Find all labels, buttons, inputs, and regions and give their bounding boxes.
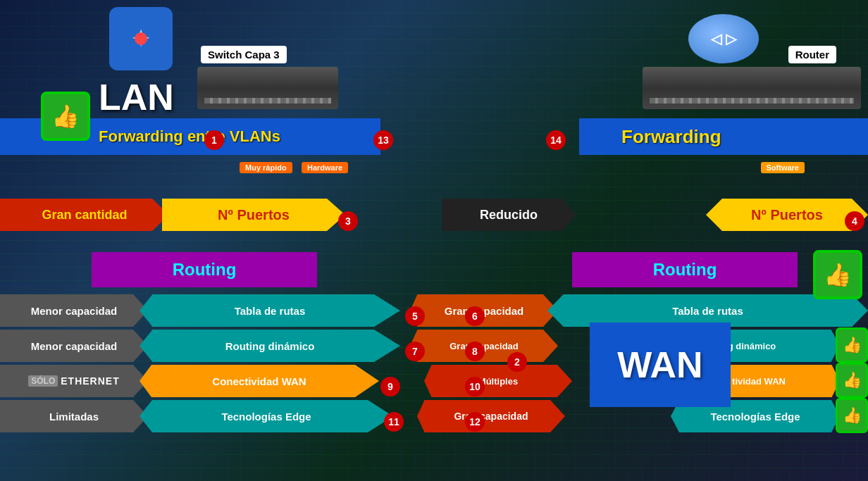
routing-bar-right: Routing xyxy=(572,252,798,287)
badge-6: 6 xyxy=(465,306,485,326)
con-wan-right-text: tividad WAN xyxy=(732,376,786,387)
badge-3: 3 xyxy=(338,211,358,231)
row1-left-cell: Menor capacidad xyxy=(0,294,148,327)
row1-mid-text: Tabla de rutas xyxy=(235,305,306,317)
badge-1: 1 xyxy=(204,130,224,150)
limitadas-cell: Limitadas xyxy=(0,400,148,432)
row2-left-text: Menor capacidad xyxy=(31,340,118,352)
reducido-cell: Reducido xyxy=(442,199,576,231)
row2-right-right-text: g dinámico xyxy=(728,341,776,351)
row1-left-text: Menor capacidad xyxy=(31,305,118,317)
gran-capacidad-edge: Gran capacidad xyxy=(417,400,565,432)
badge-7: 7 xyxy=(405,342,425,361)
row2-mid-cell: Routing dinámico xyxy=(140,330,400,362)
row2-right-left-cell: Gran capacidad xyxy=(410,330,558,362)
conectividad-wan-left: Conectividad WAN xyxy=(140,365,379,397)
wan-box: WAN xyxy=(590,323,731,407)
badge-9: 9 xyxy=(380,377,400,396)
thumbs-edge-right: 👍 xyxy=(836,398,868,433)
n-puertos-right: Nº Puertos xyxy=(706,199,868,231)
switch-icon-center xyxy=(135,32,147,45)
solo-ethernet-cell: SÓLO ETHERNET xyxy=(0,365,148,397)
tag-muy-rapido: Muy rápido xyxy=(240,162,292,173)
thumbs-up-left: 👍 xyxy=(41,92,90,141)
conectividad-wan-left-text: Conectividad WAN xyxy=(212,375,306,387)
gran-cantidad-cell: Gran cantidad xyxy=(0,199,169,231)
tag-software: Software xyxy=(761,162,805,173)
tec-edge-left: Tecnologías Edge xyxy=(140,400,393,432)
router-icon xyxy=(685,7,762,70)
badge-2: 2 xyxy=(507,352,527,372)
tec-edge-left-text: Tecnologías Edge xyxy=(221,411,311,423)
row1-mid-cell: Tabla de rutas xyxy=(140,294,400,327)
router-disk xyxy=(688,14,759,63)
switch-hardware-image xyxy=(197,67,338,109)
badge-8: 8 xyxy=(465,342,485,361)
tec-edge-right-text: Tecnologías Edge xyxy=(710,411,800,423)
forwarding-bar-right: Forwarding xyxy=(579,118,868,155)
forwarding-right-text: Forwarding xyxy=(579,126,721,148)
n-puertos-left-text: Nº Puertos xyxy=(218,207,290,223)
routing-right-text: Routing xyxy=(653,260,717,280)
eth-text: ETHERNET xyxy=(61,375,119,387)
gran-cantidad-text: Gran cantidad xyxy=(42,208,127,223)
row2-left-cell: Menor capacidad xyxy=(0,330,148,362)
row2-mid-text: Routing dinámico xyxy=(225,340,315,352)
reducido-text: Reducido xyxy=(480,208,538,223)
solo-text: SÓLO xyxy=(28,375,58,387)
badge-10: 10 xyxy=(465,377,485,396)
badge-11: 11 xyxy=(384,412,404,432)
n-puertos-left: Nº Puertos xyxy=(162,199,345,231)
badge-5: 5 xyxy=(405,306,425,326)
router-label: Router xyxy=(788,46,836,63)
switch-capa3-label: Switch Capa 3 xyxy=(201,46,287,63)
wan-text: WAN xyxy=(617,344,702,386)
badge-12: 12 xyxy=(465,412,485,432)
row1-right-left-cell: Gran capacidad xyxy=(410,294,558,327)
main-overlay: 👍 LAN Switch Capa 3 Router Forwarding en… xyxy=(0,0,868,481)
limitadas-text: Limitadas xyxy=(49,411,99,423)
row1-right-right-text: Tabla de rutas xyxy=(672,305,743,317)
n-puertos-right-text: Nº Puertos xyxy=(751,207,823,223)
multiples-cell: Múltiples xyxy=(424,365,572,397)
badge-14: 14 xyxy=(546,130,566,150)
badge-13: 13 xyxy=(373,130,393,150)
thumbs-row2-right: 👍 xyxy=(836,327,868,363)
lan-label: LAN xyxy=(99,76,174,118)
switch-icon xyxy=(109,7,173,70)
router-hardware-image xyxy=(643,67,861,109)
thumbs-wan: 👍 xyxy=(836,363,868,398)
routing-bar-left: Routing xyxy=(92,252,317,287)
thumbs-up-routing-right: 👍 xyxy=(813,250,862,299)
routing-left-text: Routing xyxy=(173,260,237,280)
badge-4: 4 xyxy=(845,211,864,231)
tag-hardware: Hardware xyxy=(302,162,348,173)
